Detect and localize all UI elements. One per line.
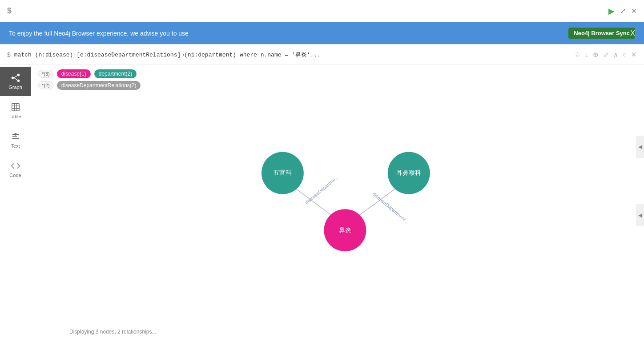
graph-tab-label: Graph [8,84,22,90]
comment-button[interactable]: ○ [623,51,627,58]
svg-text:耳鼻喉科: 耳鼻喉科 [396,169,421,176]
collapse-arrow-top[interactable]: ◀ [636,136,644,158]
query-display-text: match (n:disease)-[e:diseaseDepartmentRe… [14,51,571,59]
svg-text:五官科: 五官科 [273,169,292,176]
graph-visualization-area: *(3) disease(1) department(2) *(2) disea… [31,65,644,338]
top-dollar-sign: $ [7,6,12,16]
top-bar-actions: ▶ ⤢ ✕ [608,6,637,16]
view-sidebar: Graph Table Text [0,65,31,338]
svg-text:鼻炎: 鼻炎 [339,226,351,233]
collapse-arrow-bottom[interactable]: ◀ [636,204,644,226]
table-tab-label: Table [9,114,21,119]
query-header-actions: ☆ ↓ ⊕ ⤢ ∧ ○ ✕ [575,51,637,59]
svg-line-3 [14,76,17,78]
node-erbi[interactable]: 耳鼻喉科 [388,152,430,194]
favorite-button[interactable]: ☆ [575,51,580,59]
all-rels-count-tag[interactable]: *(2) [38,81,53,89]
status-bar: Displaying 3 nodes, 2 relationships... [62,325,644,338]
node-wuguan[interactable]: 五官科 [262,152,304,194]
svg-rect-5 [12,104,19,111]
graph-icon [11,73,20,83]
graph-svg: diseaseDepartme... diseaseDepartment... [31,96,644,338]
code-icon [11,161,20,171]
neo4j-sync-banner: To enjoy the full Neo4j Browser experien… [0,22,644,44]
banner-text: To enjoy the full Neo4j Browser experien… [9,30,564,37]
svg-line-4 [14,78,17,80]
close-result-button[interactable]: ✕ [631,51,637,59]
result-dollar-sign: $ [7,51,11,58]
rel-tags-row: *(2) diseaseDepartmentRelations(2) [31,78,644,90]
close-query-button[interactable]: ✕ [631,7,637,15]
node-biyan[interactable]: 鼻炎 [324,209,366,251]
sidebar-tab-table[interactable]: Table [0,96,31,125]
sidebar-tab-text[interactable]: Text [0,125,31,155]
pin-button[interactable]: ⊕ [593,51,599,59]
run-query-button[interactable]: ▶ [608,6,615,16]
text-tab-label: Text [11,143,20,149]
svg-text:diseaseDepartme...: diseaseDepartme... [304,174,339,205]
neo4j-browser-sync-button[interactable]: Neo4j Browser Sync [568,28,635,39]
all-nodes-count-tag[interactable]: *(3) [38,70,53,78]
expand-result-button[interactable]: ⤢ [603,51,609,59]
svg-text:diseaseDepartment...: diseaseDepartment... [371,191,410,225]
node-tags-row: *(3) disease(1) department(2) [31,65,644,78]
expand-query-button[interactable]: ⤢ [620,7,626,15]
content-area: Graph Table Text [0,65,644,338]
disease-dept-rel-tag[interactable]: diseaseDepartmentRelations(2) [57,81,141,90]
top-query-bar: $ ▶ ⤢ ✕ [0,0,644,22]
result-panel: $ match (n:disease)-[e:diseaseDepartment… [0,44,644,338]
svg-point-0 [11,76,14,79]
table-icon [11,102,20,112]
banner-close-button[interactable]: X [630,29,635,37]
query-result-header: $ match (n:disease)-[e:diseaseDepartment… [0,44,644,65]
text-icon [11,132,20,141]
collapse-result-button[interactable]: ∧ [613,51,618,59]
sidebar-tab-code[interactable]: Code [0,155,31,184]
download-button[interactable]: ↓ [585,51,588,58]
sidebar-tab-graph[interactable]: Graph [0,67,31,96]
department-node-tag[interactable]: department(2) [94,69,137,78]
code-tab-label: Code [9,173,21,178]
svg-point-2 [17,80,19,82]
disease-node-tag[interactable]: disease(1) [57,69,91,78]
svg-point-1 [17,74,19,76]
status-text: Displaying 3 nodes, 2 relationships... [69,329,156,335]
